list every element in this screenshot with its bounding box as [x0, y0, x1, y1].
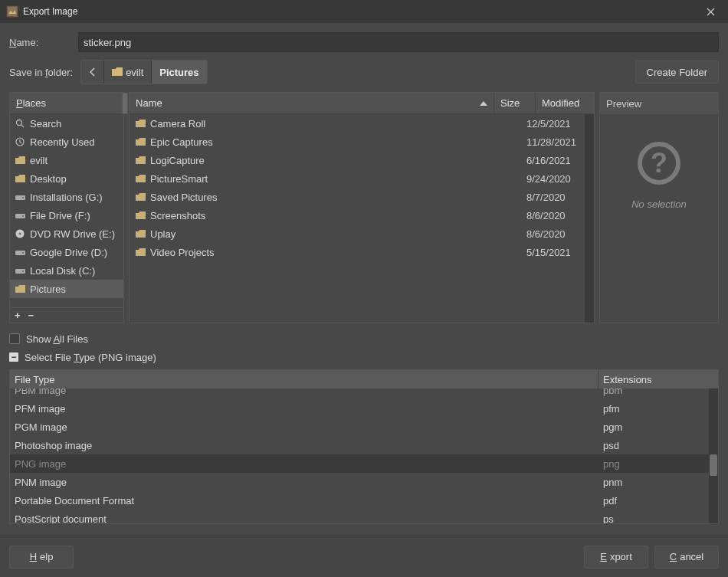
file-modified: 11/28/2021	[526, 136, 585, 148]
add-place-button[interactable]: +	[15, 310, 21, 321]
file-row[interactable]: PictureSmart9/24/2020	[130, 169, 585, 188]
place-item-file-drive-f-[interactable]: File Drive (F:)	[10, 206, 123, 225]
file-modified: 8/7/2020	[526, 192, 585, 203]
column-name[interactable]: Name	[130, 93, 494, 113]
cancel-button[interactable]: Cancel	[654, 546, 719, 569]
remove-place-button[interactable]: −	[28, 310, 34, 321]
file-row[interactable]: Uplay8/6/2020	[130, 225, 585, 243]
filetype-row[interactable]: PNM imagepnm	[10, 473, 718, 491]
filetype-row[interactable]: PBM imagepbm	[10, 388, 718, 399]
filename-input[interactable]	[78, 32, 719, 52]
show-all-label[interactable]: Show All Files	[26, 333, 88, 345]
file-modified: 8/6/2020	[526, 210, 585, 221]
place-item-recently-used[interactable]: Recently Used	[10, 133, 123, 151]
filetype-scrollbar[interactable]	[709, 388, 718, 523]
path-segment-pictures[interactable]: Pictures	[152, 61, 206, 84]
file-modified: 12/5/2021	[526, 118, 585, 129]
close-button[interactable]	[699, 0, 722, 23]
svg-rect-5	[15, 214, 25, 218]
no-selection-label: No selection	[631, 198, 687, 210]
filetype-row[interactable]: Portable Document Formatpdf	[10, 491, 718, 510]
filetype-col-ext[interactable]: Extensions	[598, 370, 718, 388]
file-row[interactable]: Epic Captures11/28/2021	[130, 133, 585, 151]
show-all-checkbox[interactable]	[9, 333, 20, 344]
places-header[interactable]: Places	[10, 93, 123, 114]
file-row[interactable]: Camera Roll12/5/2021	[130, 114, 585, 133]
places-panel: Places SearchRecently UsedeviltDesktopIn…	[9, 92, 124, 323]
minus-icon: −	[9, 352, 18, 362]
show-all-row: Show All Files	[9, 331, 719, 346]
filetype-col-name[interactable]: File Type	[10, 370, 598, 388]
place-item-evilt[interactable]: evilt	[10, 151, 123, 169]
export-button[interactable]: Export	[584, 546, 648, 569]
filetype-name: PFM image	[10, 403, 598, 415]
disc-icon	[15, 229, 25, 238]
place-label: Installations (G:)	[30, 192, 103, 203]
bottom-bar: Help Export Cancel	[0, 536, 728, 577]
file-modified: 6/16/2021	[526, 155, 585, 166]
filetype-expander-label: Select File Type (PNG image)	[25, 352, 156, 363]
drive-icon	[15, 267, 25, 274]
drive-icon	[15, 194, 25, 201]
filetype-scroll-thumb[interactable]	[710, 454, 717, 476]
place-label: Google Drive (D:)	[30, 247, 107, 258]
file-row[interactable]: Screenshots8/6/2020	[130, 206, 585, 225]
place-item-pictures[interactable]: Pictures	[10, 280, 123, 298]
file-row[interactable]: Saved Pictures8/7/2020	[130, 188, 585, 206]
filetype-panel: File Type Extensions PBM imagepbmPFM ima…	[9, 369, 719, 524]
file-list-header: Name Size Modified	[130, 93, 594, 114]
filetype-row[interactable]: PNG imagepng	[10, 454, 718, 473]
file-name: Screenshots	[150, 210, 205, 221]
filetype-name: PostScript document	[10, 513, 598, 524]
place-label: Recently Used	[30, 136, 95, 148]
place-item-search[interactable]: Search	[10, 114, 123, 133]
place-item-google-drive-d-[interactable]: Google Drive (D:)	[10, 243, 123, 261]
place-label: Search	[30, 118, 61, 129]
svg-point-4	[22, 197, 24, 198]
recent-icon	[15, 137, 25, 146]
filetype-ext: psd	[598, 440, 718, 451]
file-name: Camera Roll	[150, 118, 205, 129]
file-name: PictureSmart	[150, 173, 208, 185]
place-item-local-disk-c-[interactable]: Local Disk (C:)	[10, 261, 123, 280]
place-item-desktop[interactable]: Desktop	[10, 169, 123, 188]
sort-arrow-icon	[480, 101, 487, 106]
save-in-row: Save in folder: evilt Pictures Create Fo…	[9, 60, 719, 84]
save-in-label: Save in folder:	[9, 67, 73, 78]
file-row[interactable]: LogiCapture6/16/2021	[130, 151, 585, 169]
file-list-scrollbar[interactable]	[585, 114, 594, 323]
filetype-row[interactable]: PostScript documentps	[10, 510, 718, 523]
filetype-ext: pbm	[598, 388, 718, 396]
folder-icon	[15, 175, 25, 183]
place-label: Local Disk (C:)	[30, 265, 95, 277]
filetype-header: File Type Extensions	[10, 370, 718, 388]
column-size[interactable]: Size	[494, 93, 536, 113]
place-label: DVD RW Drive (E:)	[30, 228, 115, 240]
place-item-dvd-rw-drive-e-[interactable]: DVD RW Drive (E:)	[10, 225, 123, 243]
places-resize-handle[interactable]	[122, 93, 128, 114]
filetype-expander[interactable]: − Select File Type (PNG image)	[9, 349, 719, 365]
file-panel: Places SearchRecently UsedeviltDesktopIn…	[9, 92, 719, 323]
help-button[interactable]: Help	[9, 546, 74, 569]
folder-icon	[136, 120, 146, 128]
path-segment-evilt[interactable]: evilt	[104, 61, 152, 84]
path-back-button[interactable]	[81, 61, 104, 84]
column-modified[interactable]: Modified	[536, 93, 594, 113]
create-folder-button[interactable]: Create Folder	[635, 61, 719, 84]
name-row: Name:	[9, 32, 719, 52]
folder-icon	[15, 156, 25, 165]
file-row[interactable]: Video Projects5/15/2021	[130, 243, 585, 261]
folder-icon	[136, 211, 146, 220]
file-modified: 5/15/2021	[526, 247, 585, 258]
filetype-row[interactable]: Photoshop imagepsd	[10, 436, 718, 454]
filetype-ext: png	[598, 458, 718, 470]
preview-body: ? No selection	[600, 114, 718, 323]
svg-point-10	[22, 252, 24, 254]
places-footer: + −	[10, 307, 123, 323]
file-modified: 8/6/2020	[526, 228, 585, 240]
svg-rect-11	[15, 269, 25, 274]
filetype-row[interactable]: PGM imagepgm	[10, 418, 718, 436]
place-item-installations-g-[interactable]: Installations (G:)	[10, 188, 123, 206]
search-icon	[15, 119, 25, 128]
filetype-row[interactable]: PFM imagepfm	[10, 399, 718, 418]
